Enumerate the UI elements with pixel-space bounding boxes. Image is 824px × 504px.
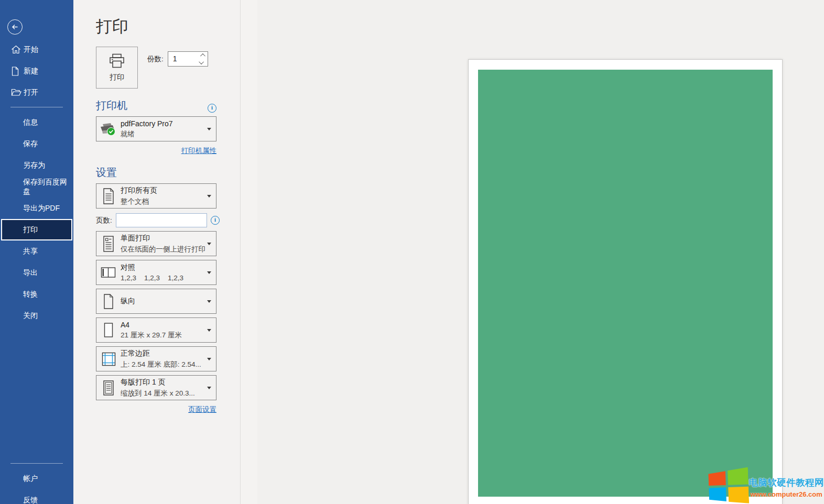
copies-stepper <box>168 51 208 67</box>
one-sided-icon <box>96 235 121 253</box>
caret-down-icon <box>207 387 211 389</box>
caret-down-icon <box>207 243 211 245</box>
margins-icon <box>96 351 121 367</box>
back-arrow-icon <box>11 23 19 31</box>
print-range-icon <box>96 188 121 205</box>
page-setup-link[interactable]: 页面设置 <box>188 406 216 413</box>
page-title: 打印 <box>96 16 216 38</box>
backstage-sidebar: 开始 新建 打开 信息 保存 另存为 保存到百度网盘 导出为PDF 打印 <box>0 0 73 504</box>
pages-label: 页数: <box>96 216 116 225</box>
printer-properties-link[interactable]: 打印机属性 <box>181 147 217 155</box>
printer-device-icon <box>96 121 121 137</box>
sidebar-item-close[interactable]: 关闭 <box>0 305 73 326</box>
sidebar-item-export[interactable]: 导出 <box>0 262 73 283</box>
print-range-dropdown[interactable]: 打印所有页 整个文档 <box>96 183 216 209</box>
printer-status: 就绪 <box>121 129 205 139</box>
sidebar-item-save[interactable]: 保存 <box>0 133 73 155</box>
watermark-site-name: 电脑软硬件教程网 <box>749 476 824 489</box>
print-button-label: 打印 <box>110 73 124 82</box>
sidebar-item-share[interactable]: 共享 <box>0 240 73 262</box>
copies-label: 份数: <box>147 54 164 64</box>
pages-info-icon[interactable] <box>211 216 220 225</box>
sidebar-item-feedback[interactable]: 反馈 <box>0 489 73 504</box>
home-icon <box>11 45 24 54</box>
pages-per-sheet-dropdown[interactable]: 每版打印 1 页 缩放到 14 厘米 x 20.3... <box>96 375 216 400</box>
caret-down-icon <box>207 300 211 303</box>
word-backstage-print-view: 文档1 - Word 开始 <box>0 0 824 504</box>
watermark-site-url: www.computer26.com <box>749 490 824 498</box>
document-green-content <box>478 70 773 497</box>
sidebar-divider <box>10 107 63 107</box>
settings-section-heading: 设置 <box>96 166 117 180</box>
print-button[interactable]: 打印 <box>96 47 138 89</box>
sidebar-divider <box>10 463 63 464</box>
printer-info-icon[interactable] <box>208 104 216 113</box>
caret-down-icon <box>207 271 211 274</box>
pages-input[interactable] <box>116 213 207 227</box>
sidebar-item-open[interactable]: 打开 <box>0 82 73 103</box>
sidebar-item-print[interactable]: 打印 <box>1 219 72 240</box>
printer-icon <box>107 53 126 71</box>
orientation-dropdown[interactable]: 纵向 <box>96 289 216 314</box>
caret-down-icon <box>207 195 211 198</box>
sidebar-menu: 信息 保存 另存为 保存到百度网盘 导出为PDF 打印 共享 导出 转换 关闭 <box>0 112 73 326</box>
sidebar-item-export-pdf[interactable]: 导出为PDF <box>0 198 73 219</box>
sidebar-item-label: 打开 <box>24 88 38 97</box>
copies-input[interactable] <box>168 52 200 65</box>
print-settings-panel: 打印 打印 份数: <box>96 0 216 414</box>
sidebar-item-label: 开始 <box>24 45 38 54</box>
sidebar-item-save-to-baidu[interactable]: 保存到百度网盘 <box>0 176 73 198</box>
sidebar-bottom: 帐户 反馈 <box>0 463 73 504</box>
caret-down-icon <box>207 128 211 130</box>
sidebar-item-new[interactable]: 新建 <box>0 60 73 82</box>
collate-icon <box>96 266 121 279</box>
sidebar-item-account[interactable]: 帐户 <box>0 468 73 489</box>
copies-group: 份数: <box>147 47 208 67</box>
spin-down-icon[interactable] <box>199 59 204 64</box>
open-folder-icon <box>11 89 24 96</box>
portrait-icon <box>96 293 121 310</box>
site-watermark: 电脑软硬件教程网 www.computer26.com <box>709 468 824 504</box>
printer-selector[interactable]: pdfFactory Pro7 就绪 <box>96 116 216 141</box>
windows-logo-icon <box>708 467 749 504</box>
collation-dropdown[interactable]: 对照 1,2,3 1,2,3 1,2,3 <box>96 260 216 285</box>
print-sides-dropdown[interactable]: 单面打印 仅在纸面的一侧上进行打印 <box>96 231 216 256</box>
margins-dropdown[interactable]: 正常边距 上: 2.54 厘米 底部: 2.54... <box>96 346 216 371</box>
print-preview-area <box>241 0 824 504</box>
paper-size-icon <box>96 322 121 338</box>
preview-page <box>468 59 783 504</box>
back-button[interactable] <box>7 19 23 35</box>
sidebar-item-info[interactable]: 信息 <box>0 112 73 133</box>
sidebar-top-nav: 开始 新建 打开 <box>0 39 73 103</box>
sidebar-item-home[interactable]: 开始 <box>0 39 73 60</box>
new-document-icon <box>11 67 24 76</box>
caret-down-icon <box>207 329 211 332</box>
sidebar-item-convert[interactable]: 转换 <box>0 283 73 305</box>
printer-section-heading: 打印机 <box>96 98 127 113</box>
sidebar-item-save-as[interactable]: 另存为 <box>0 155 73 176</box>
printer-name: pdfFactory Pro7 <box>121 119 205 128</box>
pages-per-sheet-icon <box>96 380 121 396</box>
spin-up-icon[interactable] <box>200 53 205 59</box>
sidebar-item-label: 新建 <box>24 67 38 76</box>
paper-size-dropdown[interactable]: A4 21 厘米 x 29.7 厘米 <box>96 317 216 343</box>
caret-down-icon <box>207 358 211 360</box>
